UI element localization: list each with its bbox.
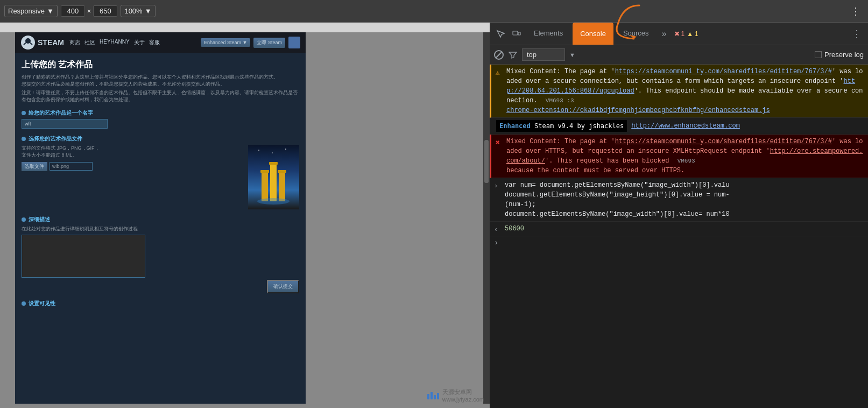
warning-triangle-icon: ▲ [687, 30, 693, 38]
enhanced-steam-link[interactable]: http://www.enhancedsteam.com [631, 121, 740, 131]
preserve-log-checkbox[interactable] [815, 51, 822, 58]
artwork-name-input[interactable] [22, 119, 108, 129]
steam-logo: STEAM [20, 35, 64, 50]
nav-support[interactable]: 客服 [149, 39, 160, 46]
steam-upload-subtitle: 创作了精彩的艺术作品？从这里上传并与社区分享您的作品。您可以在个人资料和艺术作品… [22, 74, 299, 87]
inspect-element-btn[interactable] [493, 26, 508, 41]
steam-page: STEAM 商店 社区 HEYHANNY 关于 客服 Enhanced Stea… [15, 32, 306, 404]
devtools-panel: Elements Console Sources » ✖ 1 ▲ 1 ⋮ [490, 23, 868, 408]
tab-elements[interactable]: Elements [526, 23, 570, 45]
steam-dot-2 [22, 137, 26, 141]
error-1-text-4: because the content must be served over … [506, 167, 684, 174]
nav-store[interactable]: 商店 [69, 39, 80, 46]
svg-rect-11 [278, 170, 286, 173]
watermark-text: 天源安卓网www.jytyaz.com [442, 388, 484, 403]
wm-bar-1 [427, 394, 429, 399]
preview-scrollbar[interactable] [483, 32, 490, 404]
tab-sources[interactable]: Sources [616, 23, 657, 45]
warning-1-link[interactable]: https://steamcommuni ty.com/sharedfiles/… [615, 68, 832, 75]
input-1-text: var num= document.getElementsByName("ima… [505, 181, 730, 218]
steam-submit-btn[interactable]: 确认提交 [267, 280, 299, 293]
watermark: 天源安卓网www.jytyaz.com [427, 388, 484, 403]
error-count-badge: ✖ 1 [674, 30, 685, 38]
svg-rect-13 [513, 31, 518, 35]
console-prompt-input[interactable] [502, 239, 864, 247]
toolbar-more-button[interactable]: ⋮ [848, 3, 864, 19]
error-1-text: Mixed Content: The page at ' [506, 138, 615, 145]
devtools-settings-btn[interactable]: ⋮ [849, 26, 865, 42]
steam-file-label: 选择您的艺术作品文件 [22, 135, 299, 143]
preserve-log-toggle[interactable]: Preserve log [815, 51, 864, 59]
nav-about[interactable]: 关于 [134, 39, 145, 46]
steam-preview-img-inner [248, 145, 299, 209]
zoom-dropdown[interactable]: 100% ▼ [121, 5, 155, 17]
responsive-label: Responsive [8, 7, 45, 15]
install-steam-btn[interactable]: 立即 Steam [253, 38, 285, 48]
console-clear-btn[interactable] [494, 50, 504, 60]
height-input[interactable] [93, 5, 117, 17]
tab-console[interactable]: Console [573, 23, 613, 45]
svg-point-5 [285, 149, 286, 150]
more-tabs-btn[interactable]: » [659, 27, 670, 41]
steam-name-label: 给您的艺术作品起一个名字 [22, 109, 299, 117]
steam-name-section: 给您的艺术作品起一个名字 [22, 109, 299, 129]
enhanced-badge: Enhanced Steam v9.4 by jshackles [496, 120, 627, 132]
console-prompt-symbol: › [494, 238, 498, 247]
zoom-label: 100% [124, 7, 142, 15]
console-context-selector[interactable]: top [522, 48, 565, 61]
steam-file-name-input[interactable] [50, 162, 93, 171]
warning-1-vm-ref: VM693 :3 [546, 97, 574, 104]
steam-visibility-section: 设置可见性 [22, 300, 299, 307]
warning-1-content: Mixed Content: The page at 'https://stea… [506, 67, 864, 115]
nav-community[interactable]: 社区 [84, 39, 95, 46]
svg-rect-8 [279, 172, 285, 201]
steam-desc-section: 深细描述 在此处对您的作品进行详细说明及相互符号的创作过程 确认提交 [22, 216, 299, 293]
svg-rect-7 [270, 164, 277, 201]
svg-point-12 [257, 198, 290, 205]
warning-1-ext-link[interactable]: chrome-extension://okadibdjfemgnhjiembec… [506, 107, 770, 114]
wm-bar-2 [431, 392, 433, 399]
steam-dot-4 [22, 301, 26, 306]
device-icon [512, 30, 521, 38]
steam-choose-file-btn[interactable]: 选取文件 [22, 162, 47, 171]
console-dropdown-arrow[interactable]: ▼ [569, 52, 575, 58]
responsive-dropdown[interactable]: Responsive ▼ [4, 5, 58, 17]
steam-preview-image [248, 145, 299, 209]
error-1-content: Mixed Content: The page at 'https://stea… [506, 137, 864, 175]
cursor-icon [496, 30, 505, 38]
steam-desc-hint: 在此处对您的作品进行详细说明及相互符号的创作过程 [22, 226, 299, 233]
console-messages[interactable]: ⚠ Mixed Content: The page at 'https://st… [490, 65, 868, 408]
steam-dot-3 [22, 217, 26, 222]
device-toggle-btn[interactable] [509, 26, 524, 41]
error-1-link1[interactable]: https://steamcommunit y.com/sharedfiles/… [615, 138, 832, 145]
wm-bar-3 [434, 395, 436, 399]
console-result-1: ‹ 50600 [490, 222, 868, 236]
steam-file-area: 支持的文件格式 JPG，PNG，GIF，文件大小不能超过 8 ML。 选取文件 [22, 145, 299, 209]
watermark-logo [427, 392, 439, 399]
svg-rect-6 [262, 172, 268, 201]
width-input[interactable] [61, 5, 85, 17]
preserve-log-label: Preserve log [824, 51, 864, 59]
console-top-label: top [527, 51, 537, 59]
devtools-topbar: Elements Console Sources » ✖ 1 ▲ 1 ⋮ [490, 23, 868, 45]
console-input-1: › var num= document.getElementsByName("i… [490, 178, 868, 222]
dimension-display: × [61, 5, 118, 17]
svg-rect-10 [269, 162, 278, 165]
steam-file-section: 选择您的艺术作品文件 支持的文件格式 JPG，PNG，GIF，文件大小不能超过 … [22, 135, 299, 209]
steam-avatar[interactable] [288, 37, 300, 48]
enhanced-steam-btn[interactable]: Enhanced Steam ▼ [201, 38, 250, 47]
nav-username[interactable]: HEYHANNY [100, 39, 130, 46]
scrollbar-thumb [484, 140, 489, 183]
svg-point-3 [258, 150, 259, 151]
steam-brand-text: STEAM [38, 38, 64, 47]
dimension-separator: × [87, 7, 91, 15]
error-1-vm-ref: VM693 [678, 158, 695, 164]
console-filter-btn[interactable] [508, 50, 518, 60]
main-layout: STEAM 商店 社区 HEYHANNY 关于 客服 Enhanced Stea… [0, 23, 868, 408]
steam-desc-textarea[interactable] [22, 235, 145, 278]
steam-nav: 商店 社区 HEYHANNY 关于 客服 [69, 39, 160, 46]
enhanced-badge-row: Enhanced Steam v9.4 by jshackles http://… [490, 118, 868, 135]
steam-dot [22, 111, 26, 115]
console-warning-1: ⚠ Mixed Content: The page at 'https://st… [490, 65, 868, 118]
steam-header-right: Enhanced Steam ▼ 立即 Steam [201, 37, 300, 48]
